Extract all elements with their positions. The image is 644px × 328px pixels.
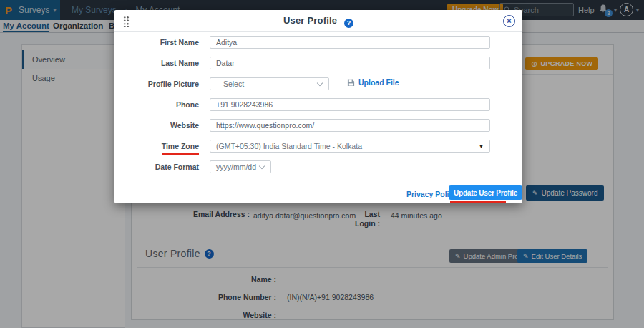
first-name-field[interactable] xyxy=(210,36,490,49)
last-name-label: Last Name xyxy=(114,57,199,69)
modal-title-text: User Profile xyxy=(283,15,337,26)
upload-file-link[interactable]: Upload File xyxy=(347,78,399,87)
select-caret-icon: ▼ xyxy=(479,144,484,149)
help-question-icon[interactable]: ? xyxy=(344,19,353,28)
profile-picture-select[interactable]: -- Select -- xyxy=(210,77,329,90)
divider xyxy=(123,183,514,183)
date-format-select[interactable]: yyyy/mm/dd xyxy=(210,160,271,173)
phone-label: Phone xyxy=(114,98,199,111)
chevron-down-icon xyxy=(259,163,265,169)
website-row: Website xyxy=(114,119,522,132)
drag-handle-icon[interactable] xyxy=(123,16,130,27)
update-user-profile-button[interactable]: Update User Profile xyxy=(449,185,522,200)
profile-picture-select-value: -- Select -- xyxy=(216,79,251,88)
date-format-select-value: yyyy/mm/dd xyxy=(216,163,256,171)
time-zone-label: Time Zone xyxy=(114,140,199,155)
phone-field[interactable] xyxy=(210,98,490,111)
modal-title: User Profile ? xyxy=(114,10,522,32)
first-name-label: First Name xyxy=(114,36,199,49)
phone-row: Phone xyxy=(114,98,522,111)
time-zone-select[interactable]: (GMT+05:30) India Standard Time - Kolkat… xyxy=(210,140,490,153)
annotation-underline-update-button xyxy=(450,201,506,203)
first-name-row: First Name xyxy=(114,36,522,49)
website-field[interactable] xyxy=(210,119,490,132)
user-profile-modal: User Profile ? × First Name Last Name Pr… xyxy=(114,10,522,203)
website-label: Website xyxy=(114,119,199,132)
close-icon[interactable]: × xyxy=(503,15,515,27)
chevron-down-icon xyxy=(317,80,323,86)
profile-picture-row: Profile Picture -- Select -- Upload File xyxy=(114,77,522,90)
modal-header: User Profile ? × xyxy=(114,10,522,32)
profile-picture-label: Profile Picture xyxy=(114,77,199,90)
last-name-field[interactable] xyxy=(210,57,490,69)
annotation-underline-time-zone: Time Zone xyxy=(162,140,199,155)
date-format-label: Date Format xyxy=(114,160,199,173)
upload-file-icon xyxy=(347,79,355,87)
upload-file-label: Upload File xyxy=(358,78,399,87)
last-name-row: Last Name xyxy=(114,57,522,69)
date-format-row: Date Format yyyy/mm/dd xyxy=(114,160,522,173)
time-zone-select-value: (GMT+05:30) India Standard Time - Kolkat… xyxy=(216,142,362,150)
time-zone-row: Time Zone (GMT+05:30) India Standard Tim… xyxy=(114,140,522,153)
